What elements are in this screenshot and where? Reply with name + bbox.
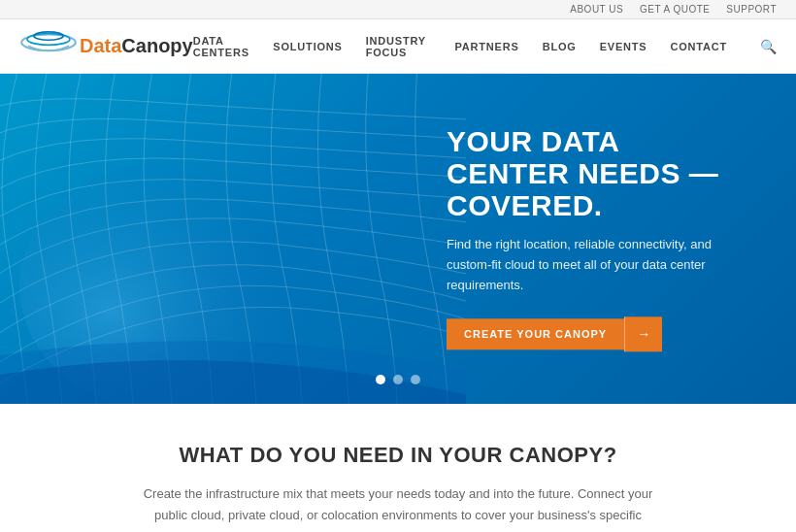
hero-dots — [376, 375, 420, 384]
nav-blog[interactable]: BLOG — [543, 41, 577, 52]
hero-subtitle: Find the right location, reliable connec… — [447, 235, 738, 295]
hero-section: YOUR DATA CENTER NEEDS — COVERED. Find t… — [0, 74, 796, 404]
nav-contact[interactable]: CONTACT — [670, 41, 727, 52]
support-link[interactable]: SUPPORT — [726, 4, 777, 15]
nav-events[interactable]: EVENTS — [600, 41, 647, 52]
main-nav: DataCanopy DATA CENTERS SOLUTIONS INDUST… — [0, 19, 796, 74]
hero-grid-graphic — [0, 74, 466, 404]
nav-solutions[interactable]: SOLUTIONS — [273, 41, 342, 52]
hero-content: YOUR DATA CENTER NEEDS — COVERED. Find t… — [447, 125, 738, 351]
cta-arrow-button[interactable]: → — [624, 317, 662, 352]
hero-title: YOUR DATA CENTER NEEDS — COVERED. — [447, 125, 738, 221]
cta-button[interactable]: CREATE YOUR CANOPY — [447, 319, 624, 350]
dot-1[interactable] — [376, 375, 385, 384]
about-link[interactable]: ABOUT US — [570, 4, 623, 15]
logo-icon — [19, 31, 78, 62]
needs-description: Create the infrastructure mix that meets… — [126, 483, 670, 532]
nav-partners[interactable]: PARTNERS — [455, 41, 519, 52]
logo-text: DataCanopy — [80, 35, 193, 57]
utility-bar: ABOUT US GET A QUOTE SUPPORT — [0, 0, 796, 19]
nav-data-centers[interactable]: DATA CENTERS — [193, 35, 250, 58]
logo[interactable]: DataCanopy — [19, 31, 193, 62]
dot-3[interactable] — [411, 375, 420, 384]
needs-title: WHAT DO YOU NEED IN YOUR CANOPY? — [19, 443, 777, 468]
dot-2[interactable] — [393, 375, 403, 384]
needs-section: WHAT DO YOU NEED IN YOUR CANOPY? Create … — [0, 404, 796, 532]
nav-links: DATA CENTERS SOLUTIONS INDUSTRY FOCUS PA… — [193, 35, 777, 58]
search-icon[interactable]: 🔍 — [760, 39, 777, 54]
nav-industry-focus[interactable]: INDUSTRY FOCUS — [366, 35, 432, 58]
quote-link[interactable]: GET A QUOTE — [640, 4, 711, 15]
hero-cta: CREATE YOUR CANOPY → — [447, 317, 738, 352]
